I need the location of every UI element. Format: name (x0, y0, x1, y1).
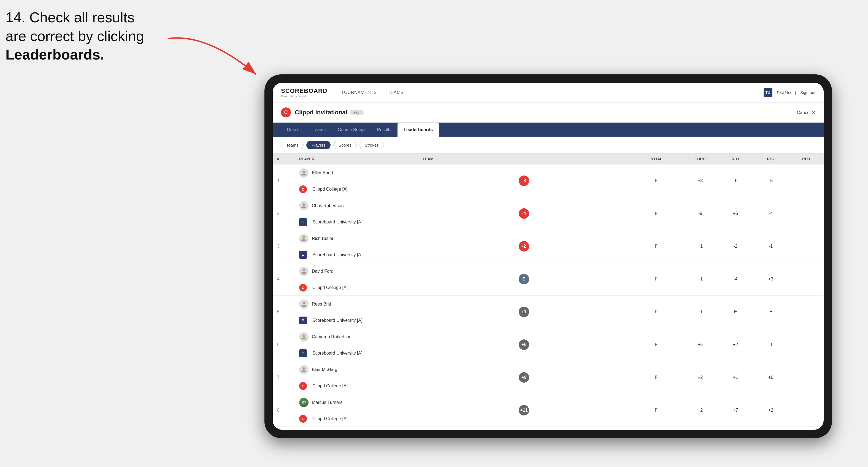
filter-players[interactable]: Players (306, 141, 331, 149)
cell-total: +9 (418, 361, 630, 394)
player-avatar (299, 300, 309, 309)
col-header-rd1: RD1 (718, 153, 753, 164)
cell-rd3: -4 (753, 197, 788, 230)
filter-strokes[interactable]: Strokes (360, 141, 384, 149)
tournament-icon: C (281, 107, 291, 117)
cell-rd1: +2 (683, 361, 718, 394)
cell-rd3: E (753, 295, 788, 329)
cell-rd3: +2 (753, 394, 788, 427)
cell-rank: 4 (273, 263, 295, 295)
cell-player: MTMarcus Turners (295, 394, 418, 411)
sign-out-link[interactable]: Sign out (800, 90, 815, 95)
team-logo: C (299, 415, 307, 423)
team-name: Clippd College [A] (312, 285, 348, 290)
cell-rd2: +2 (718, 329, 753, 361)
cell-rank: 7 (273, 361, 295, 394)
cell-rd2: +5 (718, 197, 753, 230)
col-header-player: PLAYER (295, 153, 418, 164)
player-name: David Ford (312, 269, 333, 274)
tab-results[interactable]: Results (371, 123, 398, 137)
player-avatar (299, 267, 309, 276)
player-name: Blair McHarg (312, 367, 337, 372)
cell-rank: 6 (273, 329, 295, 361)
nav-teams[interactable]: TEAMS (388, 88, 404, 97)
cell-rd1: -5 (683, 197, 718, 230)
cell-thru: F (630, 263, 683, 295)
team-name: Scoreboard University [A] (312, 318, 362, 323)
player-name: Cameron Robertson (312, 335, 351, 339)
filter-bar: Teams Players Scores Strokes (273, 137, 824, 153)
player-avatar: MT (299, 398, 309, 407)
tab-course-setup[interactable]: Course Setup (332, 123, 371, 137)
cell-rd1: +1 (683, 230, 718, 263)
table-row: 7Blair McHargCClippd College [A]+9F+2+1+… (273, 361, 824, 394)
cell-total: -8 (418, 164, 630, 197)
team-logo: ≡ (299, 218, 307, 226)
cell-total: -4 (418, 197, 630, 230)
cell-team: CClippd College [A] (295, 280, 418, 295)
nav-links: TOURNAMENTS TEAMS (341, 88, 764, 97)
table-row: 6Cameron Robertson≡Scoreboard University… (273, 329, 824, 361)
cell-rd3: -1 (753, 329, 788, 361)
cell-thru: F (630, 361, 683, 394)
player-avatar (299, 234, 309, 243)
logo-area: SCOREBOARD Powered by clippd (281, 87, 328, 98)
tab-teams[interactable]: Teams (307, 123, 332, 137)
tab-details[interactable]: Details (281, 123, 307, 137)
team-name: Scoreboard University [A] (312, 351, 362, 356)
cell-thru: F (630, 197, 683, 230)
cell-rd1: +1 (683, 295, 718, 329)
cell-rd2: -2 (718, 230, 753, 263)
score-badge: +1 (519, 307, 529, 317)
player-avatar (299, 365, 309, 374)
table-row: 5Rees Britt≡Scoreboard University [A]+1F… (273, 295, 824, 329)
tablet-frame: SCOREBOARD Powered by clippd TOURNAMENTS… (265, 74, 832, 438)
cell-total: +11 (418, 394, 630, 427)
tab-leaderboards[interactable]: Leaderboards (398, 123, 439, 137)
cell-rd2: +7 (718, 394, 753, 427)
cancel-button[interactable]: Cancel ✕ (797, 110, 815, 115)
tablet-screen: SCOREBOARD Powered by clippd TOURNAMENTS… (273, 83, 824, 430)
cell-rd2: -4 (718, 263, 753, 295)
team-logo: C (299, 382, 307, 390)
cell-player: David Ford (295, 263, 418, 280)
filter-teams[interactable]: Teams (281, 141, 304, 149)
player-avatar (299, 201, 309, 211)
team-name: Scoreboard University [A] (312, 220, 362, 224)
cell-thru: F (630, 394, 683, 427)
cell-team: CClippd College [A] (295, 182, 418, 197)
tournament-header: C Clippd Invitational Men Cancel ✕ (273, 102, 824, 123)
cell-player: Blair McHarg (295, 361, 418, 378)
score-badge: -4 (519, 208, 529, 219)
nav-tournaments[interactable]: TOURNAMENTS (341, 88, 377, 97)
team-name: Scoreboard University [A] (312, 252, 362, 257)
cell-thru: F (630, 329, 683, 361)
team-logo: C (299, 284, 307, 291)
player-avatar (299, 168, 309, 178)
score-badge: -2 (519, 241, 529, 252)
cell-total: +6 (418, 329, 630, 361)
cell-total: -2 (418, 230, 630, 263)
col-header-rank: # (273, 153, 295, 164)
player-name: Marcus Turners (312, 400, 342, 405)
score-badge: -8 (519, 176, 529, 186)
table-row: 2Chris Robertson≡Scoreboard University [… (273, 197, 824, 230)
player-name: Chris Robertson (312, 203, 344, 208)
cell-total: E (418, 263, 630, 295)
cell-player: Chris Robertson (295, 197, 418, 214)
cell-player: Rich Butler (295, 230, 418, 247)
cell-rd3: +6 (753, 361, 788, 394)
filter-scores[interactable]: Scores (333, 141, 357, 149)
cell-rd2: -6 (718, 164, 753, 197)
leaderboard-table: # PLAYER TEAM TOTAL THRU RD1 RD2 RD3 1El… (273, 153, 824, 430)
cell-rd3: +3 (753, 263, 788, 295)
player-name: Elliot Ebert (312, 170, 333, 176)
cell-rank: 3 (273, 230, 295, 263)
team-logo: ≡ (299, 317, 307, 324)
table-row: 3Rich Butler≡Scoreboard University [A]-2… (273, 230, 824, 263)
logo-subtitle: Powered by clippd (281, 94, 328, 98)
cell-rd1: +1 (683, 263, 718, 295)
cell-thru: F (630, 295, 683, 329)
player-name: Rich Butler (312, 236, 333, 241)
cell-rank: 5 (273, 295, 295, 329)
